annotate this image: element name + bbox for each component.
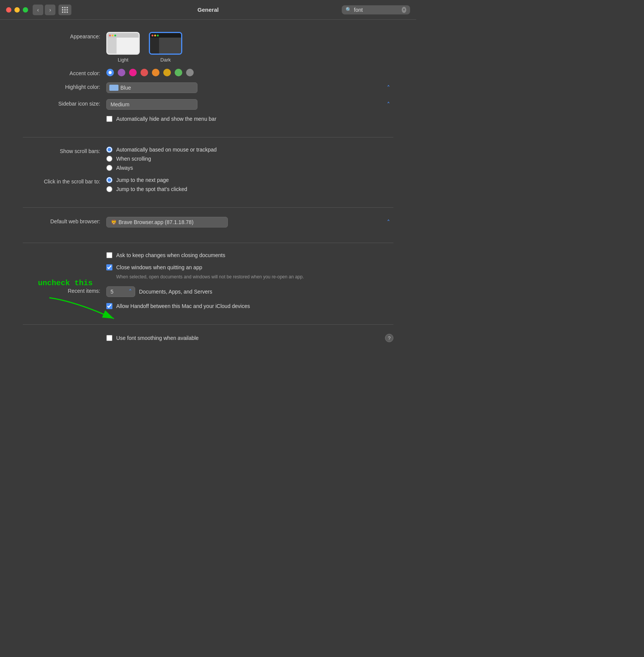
default-browser-select[interactable]: 🦁 Brave Browser.app (87.1.18.78) — [106, 217, 228, 227]
jump-spot-label: Jump to the spot that's clicked — [116, 186, 187, 192]
back-button[interactable]: ‹ — [33, 5, 43, 15]
show-scroll-bars-row: Show scroll bars: Automatically based on… — [23, 147, 393, 171]
browser-section: Default web browser: 🦁 Brave Browser.app… — [23, 217, 393, 243]
recent-items-suffix: Documents, Apps, and Servers — [139, 289, 212, 295]
help-button[interactable]: ? — [385, 334, 393, 342]
font-smoothing-left: Use font smoothing when available — [23, 335, 385, 341]
scroll-always-option[interactable]: Always — [106, 165, 393, 171]
show-scroll-bars-label: Show scroll bars: — [23, 147, 106, 154]
jump-next-page-radio[interactable] — [106, 177, 112, 183]
click-scroll-bar-label: Click in the scroll bar to: — [23, 177, 106, 185]
window-title: General — [197, 6, 219, 13]
scroll-auto-label: Automatically based on mouse or trackpad — [116, 147, 217, 153]
ask-keep-changes-spacer — [23, 252, 106, 254]
scroll-auto-radio[interactable] — [106, 147, 112, 153]
jump-spot-option[interactable]: Jump to the spot that's clicked — [106, 186, 393, 192]
scroll-auto-option[interactable]: Automatically based on mouse or trackpad — [106, 147, 393, 153]
scroll-when-scrolling-radio[interactable] — [106, 156, 112, 162]
accent-color-controls — [106, 69, 393, 76]
appearance-light-option[interactable]: Light — [106, 32, 140, 63]
close-windows-description: When selected, open documents and window… — [116, 273, 314, 280]
settings-content: Appearance: — [0, 20, 416, 373]
menu-bar-label — [23, 116, 106, 117]
menu-bar-row: Automatically hide and show the menu bar — [23, 116, 393, 122]
accent-orange[interactable] — [152, 69, 159, 76]
default-browser-controls: 🦁 Brave Browser.app (87.1.18.78) — [106, 217, 393, 227]
forward-button[interactable]: › — [45, 5, 55, 15]
recent-items-row: Recent items: uncheck this — [23, 286, 393, 297]
highlight-color-select[interactable]: Blue — [106, 82, 197, 93]
recent-items-select-wrapper: 5 10 15 20 None — [106, 286, 135, 297]
nav-arrows: ‹ › — [33, 5, 55, 15]
menu-bar-checkbox[interactable] — [106, 116, 112, 122]
font-smoothing-spacer — [23, 337, 106, 339]
close-button[interactable] — [6, 7, 11, 13]
search-bar: 🔍 × — [342, 5, 410, 14]
appearance-controls: Light — [106, 32, 393, 63]
jump-next-page-option[interactable]: Jump to the next page — [106, 177, 393, 183]
grid-button[interactable] — [58, 5, 71, 15]
accent-purple[interactable] — [118, 69, 125, 76]
sidebar-icon-size-controls: Small Medium Large — [106, 99, 393, 110]
scroll-when-scrolling-option[interactable]: When scrolling — [106, 156, 393, 162]
highlight-color-controls: Blue — [106, 82, 393, 93]
accent-color-row: Accent color: — [23, 69, 393, 76]
scroll-always-radio[interactable] — [106, 165, 112, 171]
light-thumb — [106, 32, 140, 55]
search-icon: 🔍 — [346, 7, 352, 13]
accent-graphite[interactable] — [186, 69, 194, 76]
jump-next-page-label: Jump to the next page — [116, 177, 169, 183]
maximize-button[interactable] — [23, 7, 28, 13]
font-smoothing-section: Use font smoothing when available ? — [23, 334, 393, 351]
sidebar-icon-size-label: Sidebar icon size: — [23, 99, 106, 107]
font-smoothing-checkbox[interactable] — [106, 335, 112, 341]
sidebar-icon-size-row: Sidebar icon size: Small Medium Large — [23, 99, 393, 110]
appearance-dark-option[interactable]: Dark — [149, 32, 182, 63]
sidebar-icon-size-select[interactable]: Small Medium Large — [106, 99, 197, 110]
appearance-label: Appearance: — [23, 32, 106, 39]
scroll-always-label: Always — [116, 165, 133, 171]
menu-bar-checkbox-text: Automatically hide and show the menu bar — [116, 116, 216, 122]
font-smoothing-text: Use font smoothing when available — [116, 335, 199, 341]
recent-items-label: Recent items: — [23, 286, 106, 294]
light-label: Light — [118, 57, 128, 63]
search-input[interactable] — [354, 7, 399, 13]
scroll-when-scrolling-label: When scrolling — [116, 156, 151, 162]
search-clear-button[interactable]: × — [402, 7, 406, 13]
ask-keep-changes-label[interactable]: Ask to keep changes when closing documen… — [106, 252, 393, 258]
close-windows-text: Close windows when quitting an app — [116, 264, 202, 270]
close-windows-spacer — [23, 264, 106, 266]
ask-keep-changes-checkbox[interactable] — [106, 252, 112, 258]
accent-yellow[interactable] — [163, 69, 171, 76]
dark-label: Dark — [160, 57, 170, 63]
close-windows-checkbox[interactable] — [106, 264, 112, 270]
recent-items-annotation-container: uncheck this 5 10 — [106, 286, 393, 297]
handoff-text: Allow Handoff between this Mac and your … — [116, 303, 250, 309]
recent-items-inline: 5 10 15 20 None Documents, Apps, and Ser… — [106, 286, 393, 297]
recent-items-controls: uncheck this 5 10 — [106, 286, 393, 297]
scroll-section: Show scroll bars: Automatically based on… — [23, 147, 393, 208]
accent-pink[interactable] — [129, 69, 137, 76]
accent-color-label: Accent color: — [23, 69, 106, 76]
ask-keep-changes-text: Ask to keep changes when closing documen… — [116, 252, 225, 258]
recent-items-select[interactable]: 5 10 15 20 None — [106, 286, 135, 297]
click-scroll-bar-controls: Jump to the next page Jump to the spot t… — [106, 177, 393, 192]
highlight-color-row: Highlight color: Blue — [23, 82, 393, 93]
handoff-label[interactable]: Allow Handoff between this Mac and your … — [106, 303, 393, 309]
click-scroll-bar-row: Click in the scroll bar to: Jump to the … — [23, 177, 393, 192]
show-scroll-bars-controls: Automatically based on mouse or trackpad… — [106, 147, 393, 171]
minimize-button[interactable] — [14, 7, 20, 13]
default-browser-select-wrapper: 🦁 Brave Browser.app (87.1.18.78) — [106, 217, 393, 227]
accent-blue[interactable] — [106, 69, 114, 76]
jump-spot-radio[interactable] — [106, 186, 112, 192]
appearance-section: Appearance: — [23, 32, 393, 137]
accent-red[interactable] — [140, 69, 148, 76]
accent-green[interactable] — [175, 69, 182, 76]
appearance-row: Appearance: — [23, 32, 393, 63]
default-browser-row: Default web browser: 🦁 Brave Browser.app… — [23, 217, 393, 227]
default-browser-label: Default web browser: — [23, 217, 106, 224]
close-windows-label[interactable]: Close windows when quitting an app — [106, 264, 393, 270]
handoff-controls: Allow Handoff between this Mac and your … — [106, 303, 393, 309]
font-smoothing-label[interactable]: Use font smoothing when available — [106, 335, 199, 341]
menu-bar-checkbox-label[interactable]: Automatically hide and show the menu bar — [106, 116, 393, 122]
